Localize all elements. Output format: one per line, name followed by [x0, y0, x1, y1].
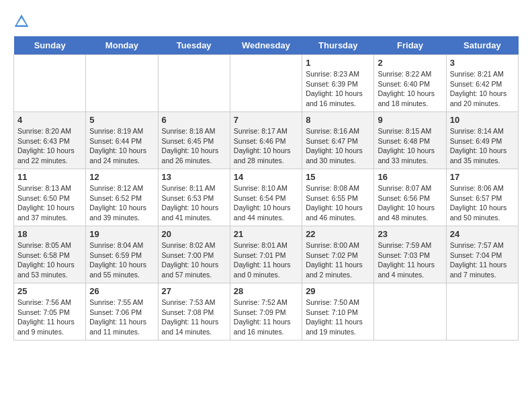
calendar-cell: 29Sunrise: 7:50 AM Sunset: 7:10 PM Dayli…: [302, 283, 374, 340]
date-number: 12: [89, 172, 154, 182]
date-number: 1: [306, 58, 370, 68]
calendar-cell: 12Sunrise: 8:12 AM Sunset: 6:52 PM Dayli…: [86, 169, 158, 226]
date-number: 18: [17, 229, 82, 239]
date-number: 21: [234, 229, 298, 239]
calendar-cell: 19Sunrise: 8:04 AM Sunset: 6:59 PM Dayli…: [86, 226, 158, 283]
calendar-cell: 20Sunrise: 8:02 AM Sunset: 7:00 PM Dayli…: [158, 226, 230, 283]
cell-content: Sunrise: 7:57 AM Sunset: 7:04 PM Dayligh…: [450, 240, 515, 280]
cell-content: Sunrise: 8:14 AM Sunset: 6:49 PM Dayligh…: [450, 126, 515, 166]
cell-content: Sunrise: 8:01 AM Sunset: 7:01 PM Dayligh…: [234, 240, 298, 280]
calendar-cell: 23Sunrise: 7:59 AM Sunset: 7:03 PM Dayli…: [374, 226, 446, 283]
day-header-wednesday: Wednesday: [230, 36, 302, 55]
calendar-cell: 5Sunrise: 8:19 AM Sunset: 6:44 PM Daylig…: [86, 112, 158, 169]
date-number: 17: [450, 172, 515, 182]
calendar-cell: 27Sunrise: 7:53 AM Sunset: 7:08 PM Dayli…: [158, 283, 230, 340]
date-number: 24: [450, 229, 515, 239]
cell-content: Sunrise: 7:55 AM Sunset: 7:06 PM Dayligh…: [89, 298, 154, 337]
logo: [13, 13, 32, 30]
calendar-cell: 10Sunrise: 8:14 AM Sunset: 6:49 PM Dayli…: [446, 112, 518, 169]
cell-content: Sunrise: 7:59 AM Sunset: 7:03 PM Dayligh…: [378, 240, 442, 280]
logo-icon: [13, 13, 30, 30]
calendar-cell: 14Sunrise: 8:10 AM Sunset: 6:54 PM Dayli…: [230, 169, 302, 226]
day-header-monday: Monday: [86, 36, 158, 55]
date-number: 27: [162, 286, 226, 296]
date-number: 19: [89, 229, 154, 239]
calendar-cell: 9Sunrise: 8:15 AM Sunset: 6:48 PM Daylig…: [374, 112, 446, 169]
calendar-cell: [374, 283, 446, 340]
date-number: 28: [234, 286, 298, 296]
calendar-cell: 25Sunrise: 7:56 AM Sunset: 7:05 PM Dayli…: [14, 283, 86, 340]
cell-content: Sunrise: 8:10 AM Sunset: 6:54 PM Dayligh…: [234, 183, 298, 223]
day-header-thursday: Thursday: [302, 36, 374, 55]
date-number: 6: [162, 115, 226, 125]
cell-content: Sunrise: 7:50 AM Sunset: 7:10 PM Dayligh…: [306, 298, 370, 337]
date-number: 11: [17, 172, 82, 182]
date-number: 5: [89, 115, 154, 125]
date-number: 7: [234, 115, 298, 125]
cell-content: Sunrise: 7:53 AM Sunset: 7:08 PM Dayligh…: [162, 298, 226, 337]
page-header: [13, 13, 519, 30]
cell-content: Sunrise: 8:19 AM Sunset: 6:44 PM Dayligh…: [89, 126, 154, 166]
calendar-cell: [158, 55, 230, 112]
calendar-cell: 13Sunrise: 8:11 AM Sunset: 6:53 PM Dayli…: [158, 169, 230, 226]
date-number: 23: [378, 229, 442, 239]
calendar-cell: [230, 55, 302, 112]
cell-content: Sunrise: 8:17 AM Sunset: 6:46 PM Dayligh…: [234, 126, 298, 166]
date-number: 16: [378, 172, 442, 182]
calendar-week-1: 1Sunrise: 8:23 AM Sunset: 6:39 PM Daylig…: [14, 55, 519, 112]
cell-content: Sunrise: 7:52 AM Sunset: 7:09 PM Dayligh…: [234, 298, 298, 337]
calendar-week-3: 11Sunrise: 8:13 AM Sunset: 6:50 PM Dayli…: [14, 169, 519, 226]
date-number: 20: [162, 229, 226, 239]
date-number: 4: [17, 115, 82, 125]
day-header-sunday: Sunday: [14, 36, 86, 55]
cell-content: Sunrise: 8:23 AM Sunset: 6:39 PM Dayligh…: [306, 69, 370, 109]
date-number: 15: [306, 172, 370, 182]
calendar-cell: 18Sunrise: 8:05 AM Sunset: 6:58 PM Dayli…: [14, 226, 86, 283]
calendar-cell: 16Sunrise: 8:07 AM Sunset: 6:56 PM Dayli…: [374, 169, 446, 226]
cell-content: Sunrise: 8:12 AM Sunset: 6:52 PM Dayligh…: [89, 183, 154, 223]
calendar-week-5: 25Sunrise: 7:56 AM Sunset: 7:05 PM Dayli…: [14, 283, 519, 340]
cell-content: Sunrise: 8:04 AM Sunset: 6:59 PM Dayligh…: [89, 240, 154, 280]
calendar-cell: 15Sunrise: 8:08 AM Sunset: 6:55 PM Dayli…: [302, 169, 374, 226]
calendar-cell: 26Sunrise: 7:55 AM Sunset: 7:06 PM Dayli…: [86, 283, 158, 340]
calendar-cell: [14, 55, 86, 112]
cell-content: Sunrise: 8:21 AM Sunset: 6:42 PM Dayligh…: [450, 69, 515, 109]
calendar-week-2: 4Sunrise: 8:20 AM Sunset: 6:43 PM Daylig…: [14, 112, 519, 169]
cell-content: Sunrise: 8:22 AM Sunset: 6:40 PM Dayligh…: [378, 69, 442, 109]
cell-content: Sunrise: 8:16 AM Sunset: 6:47 PM Dayligh…: [306, 126, 370, 166]
date-number: 8: [306, 115, 370, 125]
calendar-cell: 17Sunrise: 8:06 AM Sunset: 6:57 PM Dayli…: [446, 169, 518, 226]
calendar-header-row: SundayMondayTuesdayWednesdayThursdayFrid…: [14, 36, 519, 55]
date-number: 3: [450, 58, 515, 68]
date-number: 2: [378, 58, 442, 68]
date-number: 29: [306, 286, 370, 296]
cell-content: Sunrise: 8:13 AM Sunset: 6:50 PM Dayligh…: [17, 183, 82, 223]
calendar-cell: 28Sunrise: 7:52 AM Sunset: 7:09 PM Dayli…: [230, 283, 302, 340]
cell-content: Sunrise: 8:11 AM Sunset: 6:53 PM Dayligh…: [162, 183, 226, 223]
date-number: 22: [306, 229, 370, 239]
calendar-cell: 4Sunrise: 8:20 AM Sunset: 6:43 PM Daylig…: [14, 112, 86, 169]
date-number: 9: [378, 115, 442, 125]
calendar-cell: 24Sunrise: 7:57 AM Sunset: 7:04 PM Dayli…: [446, 226, 518, 283]
calendar-cell: 1Sunrise: 8:23 AM Sunset: 6:39 PM Daylig…: [302, 55, 374, 112]
calendar-cell: 21Sunrise: 8:01 AM Sunset: 7:01 PM Dayli…: [230, 226, 302, 283]
cell-content: Sunrise: 8:18 AM Sunset: 6:45 PM Dayligh…: [162, 126, 226, 166]
cell-content: Sunrise: 8:07 AM Sunset: 6:56 PM Dayligh…: [378, 183, 442, 223]
date-number: 25: [17, 286, 82, 296]
day-header-saturday: Saturday: [446, 36, 518, 55]
cell-content: Sunrise: 8:15 AM Sunset: 6:48 PM Dayligh…: [378, 126, 442, 166]
day-header-friday: Friday: [374, 36, 446, 55]
calendar-cell: [86, 55, 158, 112]
day-header-tuesday: Tuesday: [158, 36, 230, 55]
date-number: 26: [89, 286, 154, 296]
calendar-cell: 2Sunrise: 8:22 AM Sunset: 6:40 PM Daylig…: [374, 55, 446, 112]
date-number: 10: [450, 115, 515, 125]
cell-content: Sunrise: 8:06 AM Sunset: 6:57 PM Dayligh…: [450, 183, 515, 223]
calendar-cell: 3Sunrise: 8:21 AM Sunset: 6:42 PM Daylig…: [446, 55, 518, 112]
calendar-cell: 22Sunrise: 8:00 AM Sunset: 7:02 PM Dayli…: [302, 226, 374, 283]
calendar-cell: 7Sunrise: 8:17 AM Sunset: 6:46 PM Daylig…: [230, 112, 302, 169]
cell-content: Sunrise: 8:00 AM Sunset: 7:02 PM Dayligh…: [306, 240, 370, 280]
cell-content: Sunrise: 8:20 AM Sunset: 6:43 PM Dayligh…: [17, 126, 82, 166]
cell-content: Sunrise: 8:05 AM Sunset: 6:58 PM Dayligh…: [17, 240, 82, 280]
calendar-cell: [446, 283, 518, 340]
